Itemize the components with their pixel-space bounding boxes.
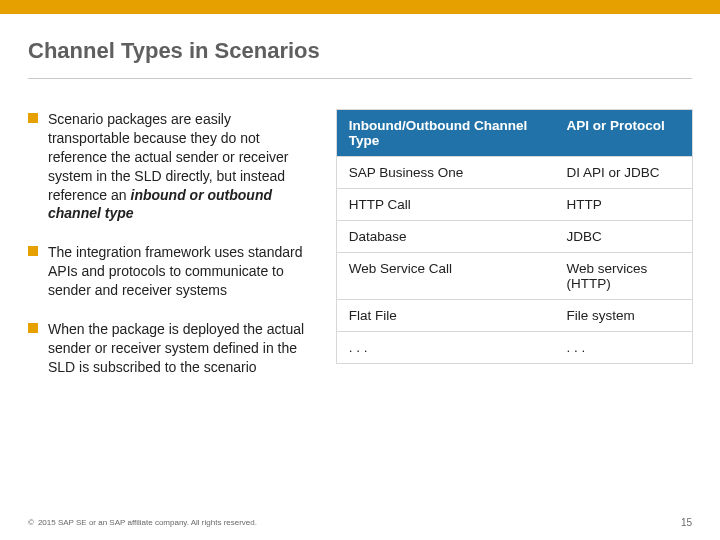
table-row: SAP Business One DI API or JDBC (337, 157, 692, 189)
page-title: Channel Types in Scenarios (28, 38, 320, 64)
bullet-marker-icon (28, 113, 38, 123)
table-header-row: Inbound/Outbound Channel Type API or Pro… (337, 110, 692, 157)
table-header-cell: API or Protocol (555, 110, 692, 157)
bullet-text: Scenario packages are easily transportab… (48, 110, 311, 223)
table-cell: HTTP Call (337, 189, 555, 221)
table-row: Database JDBC (337, 221, 692, 253)
table-row: Web Service Call Web services (HTTP) (337, 253, 692, 300)
bullet-plain: When the package is deployed the actual … (48, 321, 304, 375)
table-row: HTTP Call HTTP (337, 189, 692, 221)
table-cell: Web Service Call (337, 253, 555, 300)
table-cell: Web services (HTTP) (555, 253, 692, 300)
bullet-marker-icon (28, 323, 38, 333)
title-underline (28, 78, 692, 79)
channel-type-table: Inbound/Outbound Channel Type API or Pro… (337, 110, 692, 363)
bullet-plain: The integration framework uses standard … (48, 244, 302, 298)
table-cell: Database (337, 221, 555, 253)
table-cell: HTTP (555, 189, 692, 221)
table-cell: File system (555, 300, 692, 332)
table-cell: Flat File (337, 300, 555, 332)
body-area: Scenario packages are easily transportab… (28, 110, 692, 498)
bullet-text: The integration framework uses standard … (48, 243, 311, 300)
table-cell: DI API or JDBC (555, 157, 692, 189)
table-cell: JDBC (555, 221, 692, 253)
bullet-list: Scenario packages are easily transportab… (28, 110, 311, 498)
bullet-text: When the package is deployed the actual … (48, 320, 311, 377)
table-header-cell: Inbound/Outbound Channel Type (337, 110, 555, 157)
channel-table-wrap: Inbound/Outbound Channel Type API or Pro… (337, 110, 692, 498)
table-cell: SAP Business One (337, 157, 555, 189)
list-item: The integration framework uses standard … (28, 243, 311, 300)
table-cell: . . . (555, 332, 692, 364)
footer: © 2015 SAP SE or an SAP affiliate compan… (28, 517, 692, 528)
table-row: . . . . . . (337, 332, 692, 364)
table-row: Flat File File system (337, 300, 692, 332)
slide: Channel Types in Scenarios Scenario pack… (0, 0, 720, 540)
bullet-marker-icon (28, 246, 38, 256)
copyright-text: 2015 SAP SE or an SAP affiliate company.… (38, 518, 257, 527)
page-number: 15 (681, 517, 692, 528)
copyright: © 2015 SAP SE or an SAP affiliate compan… (28, 518, 257, 527)
top-accent-bar (0, 0, 720, 14)
list-item: When the package is deployed the actual … (28, 320, 311, 377)
copyright-icon: © (28, 518, 34, 527)
table-cell: . . . (337, 332, 555, 364)
list-item: Scenario packages are easily transportab… (28, 110, 311, 223)
